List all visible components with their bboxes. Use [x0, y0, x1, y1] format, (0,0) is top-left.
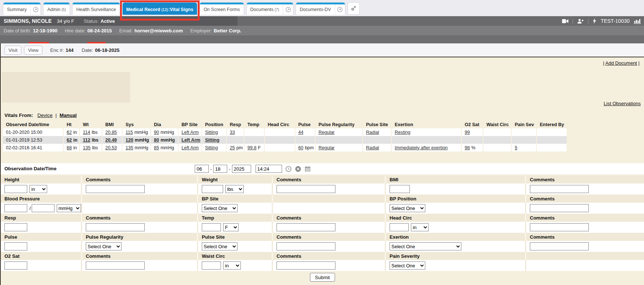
- tab-label[interactable]: Documents(7): [247, 7, 283, 12]
- comments-input[interactable]: [277, 261, 335, 270]
- comments-input[interactable]: [86, 223, 145, 231]
- tab-health-surveillance[interactable]: Health Surveillance: [72, 2, 120, 15]
- blood-pressure-select[interactable]: mmHg: [57, 204, 81, 212]
- view-button[interactable]: View: [24, 46, 42, 55]
- obs-day-input[interactable]: [213, 165, 227, 173]
- submit-button[interactable]: Submit: [310, 273, 335, 282]
- tab-summary[interactable]: Summary: [3, 2, 41, 15]
- temp-select[interactable]: F: [223, 223, 239, 231]
- value-link[interactable]: 120: [126, 138, 133, 143]
- temp-input[interactable]: [202, 223, 221, 231]
- value-link[interactable]: 80: [154, 138, 159, 143]
- value-link[interactable]: 68: [67, 145, 72, 150]
- tab-menu-icon[interactable]: [335, 4, 345, 15]
- bmi-input[interactable]: [390, 185, 410, 193]
- tab-label[interactable]: Summary: [3, 7, 30, 12]
- comments-input[interactable]: [277, 223, 335, 231]
- obs-time-input[interactable]: [256, 165, 282, 173]
- value-link[interactable]: 85: [154, 145, 159, 150]
- value-link[interactable]: 114: [83, 130, 90, 135]
- obs-month-input[interactable]: [195, 165, 209, 173]
- tab-on-screen-forms[interactable]: On Screen Forms: [200, 2, 244, 15]
- value-link[interactable]: Radial: [366, 145, 379, 150]
- calendar-icon[interactable]: [305, 166, 311, 172]
- value-link[interactable]: Sitting: [205, 138, 219, 143]
- tab-label[interactable]: On Screen Forms: [200, 7, 244, 12]
- value-link[interactable]: Resting: [395, 130, 410, 135]
- weight-select[interactable]: lbs: [225, 185, 244, 193]
- pulse-site-select[interactable]: Select One: [202, 242, 237, 250]
- value-link[interactable]: Immediately after exertion: [395, 145, 448, 150]
- bp-site-select[interactable]: Select One: [202, 204, 237, 212]
- waist-circ-select[interactable]: in: [223, 261, 241, 270]
- blood-pressure-input[interactable]: [4, 204, 27, 212]
- comments-input[interactable]: [530, 242, 589, 250]
- value-link[interactable]: 115: [126, 130, 133, 135]
- value-link[interactable]: Sitting: [205, 145, 218, 150]
- manual-link[interactable]: Manual: [60, 113, 77, 118]
- height-input[interactable]: [4, 185, 27, 193]
- clock-icon[interactable]: [285, 166, 292, 172]
- clear-icon[interactable]: [295, 166, 301, 172]
- head-circ-select[interactable]: in: [411, 223, 429, 231]
- obs-year-input[interactable]: [232, 165, 251, 173]
- value-link[interactable]: Left Arm: [182, 130, 199, 135]
- value-link[interactable]: Regular: [319, 130, 335, 135]
- value-link[interactable]: 20.49: [105, 138, 117, 143]
- device-link[interactable]: Device: [38, 113, 53, 118]
- pulse-regularity-select[interactable]: Select One: [86, 242, 122, 250]
- comments-input[interactable]: [86, 261, 145, 270]
- tab-label[interactable]: Documents-DV: [296, 7, 335, 12]
- head-circ-input[interactable]: [390, 223, 409, 231]
- value-link[interactable]: 98: [465, 145, 470, 150]
- value-link[interactable]: 62: [67, 130, 72, 135]
- comments-input[interactable]: [530, 204, 589, 212]
- value-link[interactable]: 5: [515, 145, 517, 150]
- value-link[interactable]: 90: [154, 130, 159, 135]
- value-link[interactable]: 62: [67, 138, 72, 143]
- gear-button[interactable]: [348, 2, 360, 15]
- value-link[interactable]: 33: [230, 130, 235, 135]
- value-link[interactable]: Left Arm: [182, 145, 199, 150]
- blood-pressure-input[interactable]: [32, 204, 54, 212]
- value-link[interactable]: 44: [298, 130, 303, 135]
- value-link[interactable]: Left Arm: [182, 138, 200, 143]
- comments-input[interactable]: [277, 185, 335, 193]
- tab-medical-record[interactable]: Medical Record(12):Vital Signs: [122, 2, 197, 15]
- o2-sat-input[interactable]: [4, 261, 27, 270]
- comments-input[interactable]: [86, 185, 145, 193]
- value-link[interactable]: 20.53: [105, 145, 117, 150]
- pulse-input[interactable]: [4, 242, 27, 250]
- value-link[interactable]: Radial: [366, 130, 379, 135]
- tab-label[interactable]: Admin(5): [43, 7, 70, 12]
- value-link[interactable]: 135: [83, 145, 91, 150]
- tab-admin[interactable]: Admin(5): [43, 2, 70, 15]
- exertion-select[interactable]: Select One: [390, 242, 461, 250]
- value-link[interactable]: Regular: [319, 145, 335, 150]
- waist-circ-input[interactable]: [202, 261, 221, 270]
- value-link[interactable]: 20.85: [105, 130, 117, 135]
- value-link[interactable]: 112: [83, 138, 90, 143]
- value-link[interactable]: Sitting: [205, 130, 218, 135]
- comments-input[interactable]: [277, 242, 335, 250]
- value-link[interactable]: 99.8: [247, 145, 256, 150]
- tab-menu-icon[interactable]: [31, 4, 41, 15]
- visit-button[interactable]: Visit: [4, 46, 21, 55]
- value-link[interactable]: 99: [465, 130, 470, 135]
- tab-documents[interactable]: Documents(7): [246, 2, 293, 15]
- add-document-link[interactable]: Add Document: [605, 60, 637, 66]
- bar-chart-icon[interactable]: [634, 18, 641, 24]
- list-observations-link[interactable]: List Observations: [604, 101, 641, 106]
- tab-label[interactable]: Health Surveillance: [73, 7, 120, 12]
- value-link[interactable]: 25: [230, 145, 235, 150]
- value-link[interactable]: 135: [126, 145, 133, 150]
- tab-documents-dv[interactable]: Documents-DV: [296, 2, 345, 15]
- resp-input[interactable]: [4, 223, 27, 231]
- video-camera-icon[interactable]: [562, 19, 569, 24]
- bp-position-select[interactable]: Select One: [390, 204, 425, 212]
- comments-input[interactable]: [530, 223, 589, 231]
- add-person-icon[interactable]: [577, 18, 584, 24]
- weight-input[interactable]: [202, 185, 223, 193]
- pain-severity-select[interactable]: Select One: [390, 261, 425, 270]
- tab-label[interactable]: Medical Record(12):Vital Signs: [123, 7, 197, 12]
